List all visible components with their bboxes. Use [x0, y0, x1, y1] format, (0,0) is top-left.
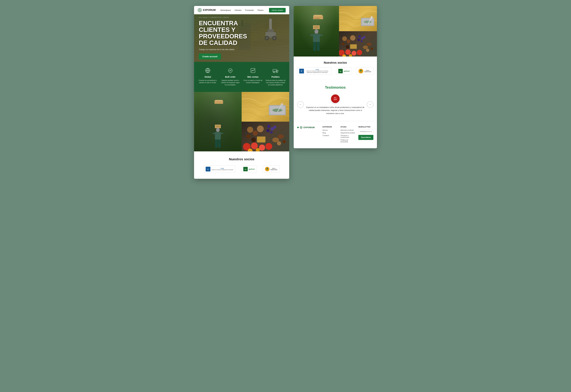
svg-point-95 [357, 39, 360, 41]
footer-link-contacto[interactable]: Contacto [323, 135, 338, 136]
footer-exporium-title: EXPORIUM [323, 126, 338, 128]
svg-point-108 [349, 54, 352, 57]
feature-global: Global Conecta con proveedores y cliente… [198, 68, 218, 86]
feature-pedidos: Pedidos Gestiona todos los pedidos de un… [265, 68, 286, 86]
right-snacks-photo [339, 31, 377, 57]
svg-rect-21 [216, 125, 220, 128]
svg-point-40 [247, 127, 253, 133]
svg-point-90 [350, 35, 356, 41]
footer-link-seguimiento[interactable]: Seguimiento pedido [341, 132, 356, 134]
box-icon [214, 99, 223, 104]
nav-clientes[interactable]: Clientes [234, 9, 242, 11]
hero-title: ENCUENTRA CLIENTES Y PROVEEDORES DE CALI… [199, 20, 285, 46]
svg-point-100 [367, 43, 371, 46]
svg-point-45 [267, 125, 271, 128]
svg-point-58 [259, 145, 265, 151]
svg-rect-77 [314, 15, 322, 16]
feature-ventas-desc: Crece tú negocio a través de nuestro mar… [243, 79, 263, 84]
carousel-prev-button[interactable]: ← [297, 101, 304, 108]
svg-rect-25 [221, 133, 223, 134]
footer-link-acerca[interactable]: Acerca [323, 129, 338, 131]
right-panel: SUPREME [294, 6, 377, 148]
testimonios-quote: Exporium es un marketplace online donde … [306, 106, 364, 115]
svg-point-99 [363, 45, 368, 49]
svg-rect-74 [313, 42, 316, 51]
svg-rect-23 [215, 132, 221, 140]
nav-planes[interactable]: Planes [257, 9, 263, 11]
feature-ventas-title: Más ventas [243, 76, 263, 78]
svg-point-112 [360, 70, 362, 71]
svg-point-41 [253, 131, 258, 136]
iniciar-sesion-button[interactable]: Iniciar sesión [269, 8, 286, 13]
subscribe-button[interactable]: Suscribirse [358, 135, 373, 140]
svg-point-18 [276, 72, 278, 73]
svg-point-67 [266, 168, 268, 169]
feature-global-title: Global [198, 76, 218, 78]
feature-bulk-title: Bulk order [220, 76, 241, 78]
footer-newsletter-title: NEWSLETTER [358, 126, 373, 128]
right-box-icon: SUPREME [313, 14, 323, 19]
feature-global-desc: Conecta con proveedores y clientes en to… [198, 79, 218, 84]
testimonios-title: Testimonios [297, 85, 373, 89]
svg-point-102 [371, 47, 373, 50]
svg-point-34 [273, 109, 282, 112]
footer-col-ayuda: AYUDA Atención al cliente Seguimiento pe… [341, 126, 356, 144]
nav-marketplace[interactable]: Marketplace [220, 9, 231, 11]
svg-rect-71 [313, 34, 320, 42]
svg-point-97 [363, 36, 366, 38]
right-photo-grid: SUPREME [294, 6, 377, 57]
svg-text:SUPREME: SUPREME [314, 18, 320, 19]
bulk-icon [220, 68, 241, 74]
testimonios-section: Testimonios ← RTL 102.5 Exporium es un m… [294, 79, 377, 121]
footer-logo-area: EXPORIUM [297, 126, 320, 144]
feature-bulk: Bulk order Negocia cantidad, precio y mé… [220, 68, 241, 86]
svg-rect-75 [317, 42, 320, 51]
socios-title-left: Nuestros socios [198, 157, 286, 161]
navbar: EXPORIUM Marketplace Clientes Proveedor … [194, 6, 289, 14]
logo-icon [198, 8, 202, 12]
svg-rect-26 [215, 140, 217, 148]
carousel-next-button[interactable]: → [367, 101, 373, 108]
svg-rect-51 [258, 137, 265, 142]
footer-link-blog[interactable]: Blog [323, 132, 338, 134]
hero-subtitle: CALIDAD Y PRODUCTO LOCAL [199, 17, 285, 18]
footer-logo: EXPORIUM [297, 126, 320, 129]
logo: EXPORIUM [198, 8, 216, 12]
nav-links: Marketplace Clientes Proveedor Planes [220, 9, 264, 11]
footer-link-politica[interactable]: Política de privacidad [341, 139, 356, 143]
footer-logo-icon [300, 126, 303, 129]
svg-rect-29 [215, 100, 222, 101]
nav-proveedor[interactable]: Proveedor [245, 9, 254, 11]
left-browser-window: EXPORIUM Marketplace Clientes Proveedor … [194, 6, 289, 179]
svg-rect-98 [350, 44, 357, 49]
footer-col-exporium: EXPORIUM Acerca Blog Contacto [323, 126, 338, 144]
global-icon [198, 68, 218, 74]
right-pasta-visual [339, 6, 377, 31]
create-account-button[interactable]: Create account [199, 54, 221, 59]
svg-rect-16 [273, 69, 276, 72]
pasta-visual [242, 92, 289, 122]
svg-point-92 [346, 45, 349, 49]
socio-itkam: IT ITKAM Camera di Commercio Italiana pe… [204, 165, 235, 173]
right-farmer-silhouette [310, 25, 323, 55]
testimonios-carousel: ← RTL 102.5 Exporium es un marketplace o… [297, 94, 373, 115]
socio-polo: POLOAGROFOOD [263, 165, 280, 173]
snacks-visual [242, 122, 289, 151]
pasta-photo [242, 92, 289, 122]
svg-point-104 [345, 49, 351, 55]
svg-point-106 [357, 50, 362, 55]
svg-point-91 [342, 42, 345, 45]
feature-bulk-desc: Negocia cantidad, precio y método de tra… [220, 79, 241, 86]
right-socio-itkam: IT ITKAM Camera di Commercio Italiana pe… [297, 67, 332, 75]
footer-logo-dot [297, 127, 299, 128]
socios-section-left: Nuestros socios IT ITKAM Camera di Comme… [194, 151, 289, 179]
hero-section: CALIDAD Y PRODUCTO LOCAL ENCUENTRA CLIEN… [194, 14, 289, 62]
svg-point-88 [342, 36, 347, 41]
logo-text: EXPORIUM [203, 9, 216, 12]
footer-col-newsletter: NEWSLETTER Suscribirse [358, 126, 373, 144]
newsletter-input[interactable] [358, 129, 373, 134]
svg-point-43 [246, 134, 250, 138]
footer-link-atencion[interactable]: Atención al cliente [341, 129, 356, 131]
footer-link-terminos[interactable]: Términos y condiciones [341, 135, 356, 138]
svg-rect-72 [311, 34, 313, 36]
